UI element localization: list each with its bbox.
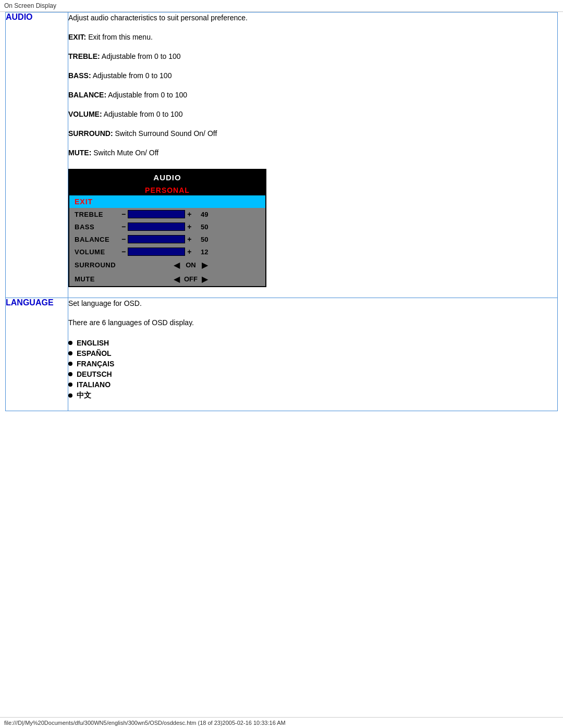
osd-bass-fill <box>128 223 156 230</box>
bass-desc: Adjustable from 0 to 100 <box>93 71 172 80</box>
osd-volume-bar <box>128 248 185 256</box>
osd-bass-row: BASS − + 50 <box>69 220 265 233</box>
osd-surround-value: ON <box>183 261 199 269</box>
osd-treble-minus: − <box>121 210 126 218</box>
lang-label-chinese: 中文 <box>77 391 91 400</box>
lang-label-francais: FRANÇAIS <box>77 360 114 368</box>
exit-term: EXIT: <box>68 33 86 41</box>
osd-surround-right-arrow: ▶ <box>202 260 208 270</box>
osd-mute-right-arrow: ▶ <box>202 274 208 284</box>
audio-exit-line: EXIT: Exit from this menu. <box>68 32 557 43</box>
top-bar: On Screen Display <box>0 0 563 12</box>
osd-balance-plus: + <box>187 235 191 243</box>
volume-desc: Adjustable from 0 to 100 <box>104 110 183 118</box>
osd-display-box: AUDIO PERSONAL EXIT TREBLE − + 49 <box>68 169 266 287</box>
osd-surround-toggle: ◀ ON ▶ <box>121 260 260 270</box>
lang-bullet-espanol <box>68 351 72 355</box>
osd-volume-fill <box>128 248 135 255</box>
osd-subtitle: PERSONAL <box>69 185 265 195</box>
lang-item-francais: FRANÇAIS <box>68 360 557 368</box>
language-desc1: Set language for OSD. <box>68 298 557 309</box>
osd-surround-row: SURROUND ◀ ON ▶ <box>69 258 265 272</box>
audio-right-cell: Adjust audio characteristics to suit per… <box>68 13 558 298</box>
lang-label-deutsch: DEUTSCH <box>77 370 112 378</box>
top-bar-label: On Screen Display <box>4 2 56 9</box>
lang-item-espanol: ESPAÑOL <box>68 349 557 357</box>
lang-bullet-chinese <box>68 393 72 398</box>
balance-term: BALANCE: <box>68 91 106 99</box>
osd-treble-value: 49 <box>193 211 208 218</box>
osd-mute-row: MUTE ◀ OFF ▶ <box>69 272 265 286</box>
lang-label-espanol: ESPAÑOL <box>77 349 112 357</box>
osd-title: AUDIO <box>69 170 265 185</box>
osd-mute-toggle: ◀ OFF ▶ <box>121 274 260 284</box>
main-content: AUDIO Adjust audio characteristics to su… <box>0 12 563 717</box>
volume-term: VOLUME: <box>68 110 102 118</box>
language-list: ENGLISH ESPAÑOL FRANÇAIS DEUTSCH <box>68 339 557 400</box>
lang-item-english: ENGLISH <box>68 339 557 347</box>
osd-volume-plus: + <box>187 248 191 256</box>
bass-term: BASS: <box>68 71 91 80</box>
mute-desc: Switch Mute On/ Off <box>93 149 158 157</box>
osd-volume-minus: − <box>121 248 126 256</box>
lang-bullet-english <box>68 341 72 345</box>
osd-bass-bar <box>128 223 185 231</box>
treble-desc: Adjustable from 0 to 100 <box>102 52 181 60</box>
audio-left-cell: AUDIO <box>6 13 68 298</box>
lang-item-italiano: ITALIANO <box>68 380 557 389</box>
mute-term: MUTE: <box>68 149 91 157</box>
osd-mute-left-arrow: ◀ <box>174 274 180 284</box>
status-bar-text: file:///D|/My%20Documents/dfu/300WN5/eng… <box>4 720 286 726</box>
lang-label-english: ENGLISH <box>77 339 109 347</box>
language-right-cell: Set language for OSD. There are 6 langua… <box>68 298 558 411</box>
language-row: LANGUAGE Set language for OSD. There are… <box>6 298 558 411</box>
content-table: AUDIO Adjust audio characteristics to su… <box>5 12 558 411</box>
osd-balance-bar <box>128 235 185 243</box>
osd-surround-label: SURROUND <box>75 261 121 269</box>
osd-treble-plus: + <box>187 210 191 218</box>
treble-term: TREBLE: <box>68 52 100 60</box>
audio-volume-line: VOLUME: Adjustable from 0 to 100 <box>68 109 557 120</box>
status-bar: file:///D|/My%20Documents/dfu/300WN5/eng… <box>0 717 563 728</box>
surround-term: SURROUND: <box>68 129 113 138</box>
osd-balance-fill <box>128 236 156 243</box>
lang-bullet-francais <box>68 362 72 366</box>
osd-bass-minus: − <box>121 223 126 231</box>
osd-balance-value: 50 <box>193 236 208 243</box>
audio-row: AUDIO Adjust audio characteristics to su… <box>6 13 558 298</box>
osd-balance-minus: − <box>121 235 126 243</box>
audio-surround-line: SURROUND: Switch Surround Sound On/ Off <box>68 128 557 139</box>
osd-volume-slider: − + 12 <box>121 248 260 256</box>
lang-item-deutsch: DEUTSCH <box>68 370 557 378</box>
surround-desc: Switch Surround Sound On/ Off <box>115 129 217 138</box>
osd-volume-value: 12 <box>193 248 208 256</box>
osd-mute-label: MUTE <box>75 275 121 283</box>
balance-desc: Adjustable from 0 to 100 <box>108 91 187 99</box>
osd-surround-left-arrow: ◀ <box>174 260 180 270</box>
language-desc2: There are 6 languages of OSD display. <box>68 317 557 328</box>
language-category-label: LANGUAGE <box>6 298 54 307</box>
osd-treble-label: TREBLE <box>75 211 121 218</box>
audio-balance-line: BALANCE: Adjustable from 0 to 100 <box>68 90 557 101</box>
audio-bass-line: BASS: Adjustable from 0 to 100 <box>68 70 557 81</box>
audio-description: Adjust audio characteristics to suit per… <box>68 13 557 23</box>
osd-bass-plus: + <box>187 223 191 231</box>
osd-treble-fill <box>128 211 156 218</box>
osd-treble-bar <box>128 210 185 218</box>
osd-volume-label: VOLUME <box>75 248 121 256</box>
audio-mute-line: MUTE: Switch Mute On/ Off <box>68 147 557 158</box>
osd-bass-value: 50 <box>193 223 208 231</box>
lang-label-italiano: ITALIANO <box>77 380 111 389</box>
osd-treble-slider: − + 49 <box>121 210 260 218</box>
lang-item-chinese: 中文 <box>68 391 557 400</box>
exit-desc: Exit from this menu. <box>88 33 153 41</box>
osd-bass-slider: − + 50 <box>121 223 260 231</box>
audio-category-label: AUDIO <box>6 13 33 21</box>
osd-bass-label: BASS <box>75 223 121 231</box>
osd-balance-slider: − + 50 <box>121 235 260 243</box>
lang-bullet-deutsch <box>68 372 72 376</box>
audio-treble-line: TREBLE: Adjustable from 0 to 100 <box>68 51 557 62</box>
osd-treble-row: TREBLE − + 49 <box>69 208 265 220</box>
osd-volume-row: VOLUME − + 12 <box>69 245 265 258</box>
osd-balance-row: BALANCE − + 50 <box>69 233 265 245</box>
